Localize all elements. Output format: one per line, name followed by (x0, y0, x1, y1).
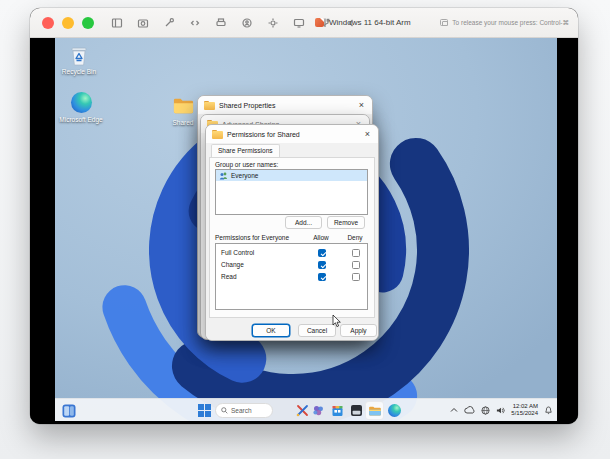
fullscreen-hint-icon (440, 19, 448, 26)
apply-button[interactable]: Apply (340, 324, 377, 337)
crossed-brushes-icon[interactable] (295, 403, 310, 418)
remove-button[interactable]: Remove (327, 216, 365, 229)
clock-date: 5/15/2024 (511, 410, 538, 418)
permission-name: Change (221, 261, 244, 268)
task-view-icon[interactable] (349, 403, 364, 418)
close-icon[interactable]: × (357, 101, 366, 110)
sidebar-icon[interactable] (110, 16, 123, 29)
share-permissions-page: Group or user names: Everyone Add... (209, 157, 375, 318)
mouse-cursor (332, 314, 341, 328)
allow-checkbox[interactable] (318, 261, 326, 269)
ok-button[interactable]: OK (252, 324, 290, 337)
zoom-window-button[interactable] (82, 17, 94, 29)
search-placeholder: Search (231, 407, 252, 414)
volume-icon[interactable] (496, 406, 505, 415)
taskbar: Search (55, 398, 557, 421)
allow-checkbox[interactable] (318, 249, 326, 257)
wrench-icon[interactable] (162, 16, 175, 29)
edge-icon (70, 91, 93, 114)
edge-shortcut[interactable]: Microsoft Edge (59, 91, 103, 123)
mouse-release-hint-text: To release your mouse press: Control-⌘ (452, 19, 569, 27)
permissions-header-label: Permissions for Everyone (215, 234, 289, 241)
permission-row-full-control: Full Control (216, 247, 367, 259)
vm-titlebar: Windows 11 64-bit Arm To release your mo… (30, 8, 578, 38)
vm-screen: Recycle Bin Microsoft Edge Shared (30, 38, 578, 424)
notifications-bell-icon[interactable] (544, 405, 553, 415)
file-explorer-icon (368, 405, 382, 417)
recycle-bin-shortcut[interactable]: Recycle Bin (57, 43, 101, 75)
recycle-bin-label: Recycle Bin (62, 68, 96, 75)
printer-icon[interactable] (214, 16, 227, 29)
file-explorer-active[interactable] (365, 401, 384, 420)
vm-title: Windows 11 64-bit Arm (315, 8, 411, 37)
close-window-button[interactable] (42, 17, 54, 29)
add-button[interactable]: Add... (285, 216, 322, 229)
permission-name: Read (221, 273, 237, 280)
system-tray: 12:02 AM 5/15/2024 (450, 399, 553, 421)
deny-column-label: Deny (344, 234, 366, 241)
deny-checkbox[interactable] (352, 273, 360, 281)
folder-icon (204, 101, 215, 110)
mouse-release-hint: To release your mouse press: Control-⌘ (440, 8, 569, 37)
shared-properties-title: Shared Properties (219, 102, 275, 109)
vm-file-icon (315, 18, 324, 27)
folder-icon (212, 130, 223, 139)
permissions-dialog-body: Share Permissions Group or user names: E… (206, 143, 378, 340)
permission-row-read: Read (216, 271, 367, 283)
allow-column-label: Allow (310, 234, 332, 241)
onedrive-cloud-icon[interactable] (464, 406, 475, 414)
clock-time: 12:02 AM (511, 403, 538, 411)
permission-row-change: Change (216, 259, 367, 271)
vm-window: Windows 11 64-bit Arm To release your mo… (30, 8, 578, 424)
edge-label: Microsoft Edge (59, 116, 102, 123)
snapshot-icon[interactable] (136, 16, 149, 29)
search-icon (221, 407, 228, 414)
search-box[interactable]: Search (215, 403, 273, 418)
deny-checkbox[interactable] (352, 261, 360, 269)
group-list[interactable]: Everyone (215, 169, 368, 215)
start-button-icon[interactable] (197, 403, 212, 418)
pinwheel-icon[interactable] (311, 403, 326, 418)
display-icon[interactable] (292, 16, 305, 29)
permissions-titlebar: Permissions for Shared × (206, 125, 378, 143)
widgets-icon[interactable] (61, 403, 76, 418)
allow-checkbox[interactable] (318, 273, 326, 281)
permissions-list[interactable]: Full Control Change Read (215, 243, 368, 310)
recycle-bin-icon (68, 43, 91, 66)
permission-name: Full Control (221, 249, 254, 256)
close-icon[interactable]: × (363, 130, 372, 139)
tab-share-permissions[interactable]: Share Permissions (211, 144, 280, 157)
vm-title-text: Windows 11 64-bit Arm (329, 18, 411, 27)
store-icon[interactable] (330, 403, 345, 418)
folder-icon (172, 94, 195, 117)
network-globe-icon[interactable] (481, 406, 490, 415)
deny-checkbox[interactable] (352, 249, 360, 257)
permissions-title: Permissions for Shared (227, 131, 300, 138)
edge-taskbar-icon[interactable] (387, 403, 402, 418)
tray-chevron-up-icon[interactable] (450, 407, 458, 413)
users-icon (219, 172, 228, 180)
privacy-icon[interactable] (240, 16, 253, 29)
code-arrows-icon[interactable] (188, 16, 201, 29)
permissions-dialog[interactable]: Permissions for Shared × Share Permissio… (205, 124, 379, 341)
group-names-label: Group or user names: (215, 161, 278, 168)
group-name: Everyone (231, 172, 258, 179)
shared-properties-titlebar: Shared Properties × (198, 96, 372, 114)
taskbar-clock[interactable]: 12:02 AM 5/15/2024 (511, 403, 538, 418)
windows-desktop[interactable]: Recycle Bin Microsoft Edge Shared (55, 38, 557, 421)
group-row-everyone[interactable]: Everyone (216, 170, 367, 181)
minimize-window-button[interactable] (62, 17, 74, 29)
settings-icon[interactable] (266, 16, 279, 29)
shared-folder-label: Shared (173, 119, 194, 126)
traffic-lights (42, 17, 94, 29)
cancel-button[interactable]: Cancel (298, 324, 336, 337)
